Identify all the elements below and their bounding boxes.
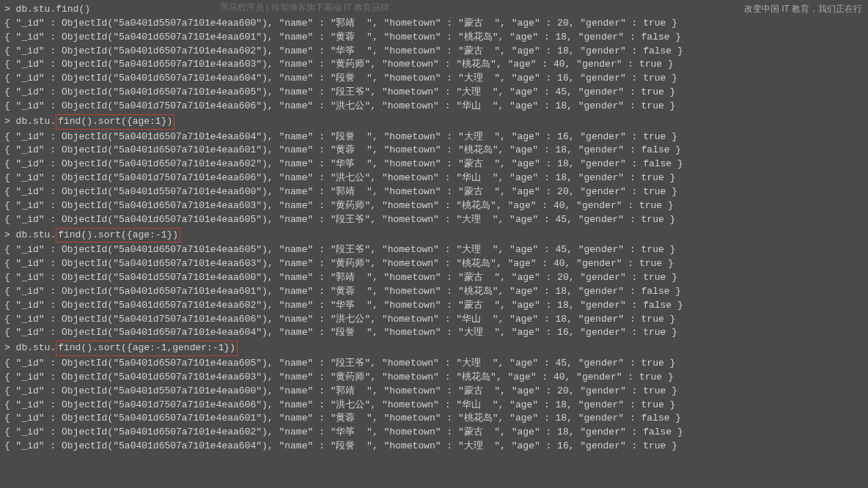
terminal-line: { "_id" : ObjectId("5a0401d6507a7101e4ea… — [4, 412, 864, 426]
terminal-line: { "_id" : ObjectId("5a0401d6507a7101e4ea… — [4, 243, 864, 257]
watermark-text: 改变中国 IT 教育，我们正在行 — [744, 3, 862, 15]
terminal-line: { "_id" : ObjectId("5a0401d5507a7101e4ea… — [4, 185, 864, 199]
terminal-line: { "_id" : ObjectId("5a0401d7507a7101e4ea… — [4, 399, 864, 413]
highlighted-command: find().sort({age:-1,gender:-1}) — [56, 341, 238, 356]
terminal-line: { "_id" : ObjectId("5a0401d5507a7101e4ea… — [4, 385, 864, 399]
terminal-line: { "_id" : ObjectId("5a0401d6507a7101e4ea… — [4, 158, 864, 171]
terminal-line: { "_id" : ObjectId("5a0401d6507a7101e4ea… — [4, 426, 864, 440]
terminal-line: > db.stu.find().sort({age:1}) — [4, 114, 864, 130]
terminal-line: { "_id" : ObjectId("5a0401d6507a7101e4ea… — [4, 326, 864, 340]
terminal-line: { "_id" : ObjectId("5a0401d6507a7101e4ea… — [4, 130, 864, 144]
terminal-line: { "_id" : ObjectId("5a0401d5507a7101e4ea… — [4, 17, 864, 31]
terminal-line: { "_id" : ObjectId("5a0401d6507a7101e4ea… — [4, 299, 864, 313]
terminal-line: { "_id" : ObjectId("5a0401d7507a7101e4ea… — [4, 100, 864, 114]
terminal-line: { "_id" : ObjectId("5a0401d6507a7101e4ea… — [4, 285, 864, 299]
terminal-line: { "_id" : ObjectId("5a0401d7507a7101e4ea… — [4, 313, 864, 327]
terminal-line: { "_id" : ObjectId("5a0401d6507a7101e4ea… — [4, 257, 864, 271]
highlighted-command: find().sort({age:1}) — [56, 114, 174, 130]
terminal-line: { "_id" : ObjectId("5a0401d5507a7101e4ea… — [4, 271, 864, 285]
terminal-line: { "_id" : ObjectId("5a0401d6507a7101e4ea… — [4, 357, 864, 371]
watermark-logo: 黑马程序员 | 传智播客旗下高端 IT 教育品牌 — [220, 1, 389, 14]
terminal-line: { "_id" : ObjectId("5a0401d6507a7101e4ea… — [4, 144, 864, 158]
terminal-output: > db.stu.find(){ "_id" : ObjectId("5a040… — [4, 3, 864, 454]
terminal-line: > db.stu.find() — [4, 3, 864, 17]
terminal-line: > db.stu.find().sort({age:-1,gender:-1}) — [4, 340, 864, 357]
terminal-line: { "_id" : ObjectId("5a0401d6507a7101e4ea… — [4, 86, 864, 100]
terminal-line: { "_id" : ObjectId("5a0401d6507a7101e4ea… — [4, 371, 864, 385]
terminal-line: { "_id" : ObjectId("5a0401d6507a7101e4ea… — [4, 213, 864, 227]
terminal-line: { "_id" : ObjectId("5a0401d6507a7101e4ea… — [4, 72, 864, 86]
terminal-line: { "_id" : ObjectId("5a0401d6507a7101e4ea… — [4, 45, 864, 59]
highlighted-command: find().sort({age:-1}) — [56, 228, 180, 243]
terminal-line: > db.stu.find().sort({age:-1}) — [4, 227, 864, 244]
terminal-line: { "_id" : ObjectId("5a0401d6507a7101e4ea… — [4, 199, 864, 213]
terminal-line: { "_id" : ObjectId("5a0401d6507a7101e4ea… — [4, 31, 864, 45]
terminal-line: { "_id" : ObjectId("5a0401d6507a7101e4ea… — [4, 440, 864, 454]
terminal-line: { "_id" : ObjectId("5a0401d6507a7101e4ea… — [4, 58, 864, 72]
terminal-line: { "_id" : ObjectId("5a0401d7507a7101e4ea… — [4, 171, 864, 185]
